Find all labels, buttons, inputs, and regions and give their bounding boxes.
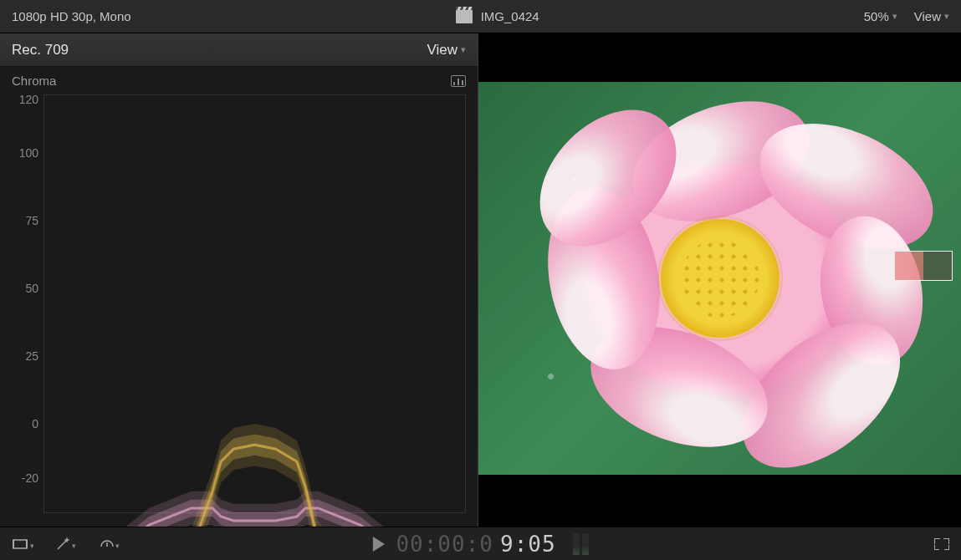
chevron-down-icon: ▾ [944, 11, 949, 22]
scope-settings-icon[interactable] [451, 75, 466, 87]
fullscreen-button[interactable] [934, 538, 949, 550]
svg-text:▾: ▾ [115, 542, 120, 550]
crop-indicator[interactable] [894, 251, 953, 281]
trim-tool-dropdown[interactable]: ▾ [12, 537, 33, 552]
preview-image [478, 82, 961, 475]
clip-name-label: IMG_0424 [481, 9, 539, 23]
scope-mode-label: Chroma [12, 74, 56, 88]
scopes-view-label: View [427, 42, 457, 59]
svg-rect-0 [13, 540, 27, 548]
play-button[interactable] [372, 537, 384, 552]
viewer-view-dropdown[interactable]: View ▾ [914, 9, 949, 23]
timecode-dim: 00:00:0 [396, 532, 493, 557]
svg-text:▾: ▾ [30, 542, 33, 550]
scopes-view-dropdown[interactable]: View ▾ [427, 42, 466, 59]
y-tick: 75 [10, 214, 38, 227]
clip-icon [456, 10, 473, 23]
chevron-down-icon: ▾ [892, 11, 897, 22]
viewer-view-label: View [914, 9, 941, 23]
retime-tool-dropdown[interactable]: ▾ [99, 537, 120, 552]
y-tick: 120 [10, 93, 38, 106]
y-tick: 0 [10, 417, 38, 430]
y-tick: 25 [10, 349, 38, 363]
chevron-down-icon: ▾ [461, 44, 466, 55]
audio-meter[interactable] [573, 533, 589, 555]
enhance-tool-dropdown[interactable]: ▾ [55, 537, 77, 552]
y-tick: -20 [10, 471, 38, 485]
timecode-bright: 9:05 [500, 532, 556, 557]
chroma-waveform-chart: 120 100 75 50 25 0 -20 [0, 89, 478, 527]
svg-text:▾: ▾ [72, 542, 76, 550]
zoom-dropdown[interactable]: 50% ▾ [864, 9, 897, 23]
y-tick: 50 [10, 282, 38, 295]
viewer-canvas[interactable] [478, 33, 961, 527]
format-label: 1080p HD 30p, Mono [12, 9, 131, 23]
y-tick: 100 [10, 146, 38, 160]
colorspace-label: Rec. 709 [12, 42, 69, 59]
zoom-label: 50% [864, 9, 889, 23]
